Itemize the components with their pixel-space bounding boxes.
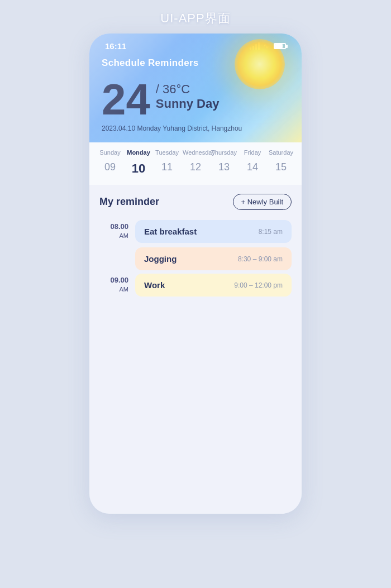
day-sat: Saturday xyxy=(268,149,294,156)
reminder-title: My reminder xyxy=(99,196,159,208)
day-fri: Friday xyxy=(240,149,265,156)
time-08-value: 08.00 xyxy=(99,222,128,232)
event-jogging[interactable]: Jogging 8:30 – 9:00 am xyxy=(135,247,292,270)
newly-built-button[interactable]: + Newly Built xyxy=(233,194,292,210)
daynum-14[interactable]: 14 xyxy=(240,159,265,178)
timeline: 08.00 AM Eat breakfast 8:15 am Jogging 8… xyxy=(99,220,292,300)
temperature-main: 24 xyxy=(102,78,150,121)
phone-frame: 16:11 ∿ Schedule Reminders 24 / 36°C xyxy=(89,34,302,514)
daynum-15[interactable]: 15 xyxy=(268,159,294,178)
daynum-10[interactable]: 10 xyxy=(126,159,151,178)
time-block-08: 08.00 AM Eat breakfast 8:15 am Jogging 8… xyxy=(99,220,292,270)
date-location: 2023.04.10 Monday Yuhang District, Hangz… xyxy=(102,125,289,132)
reminder-section: My reminder + Newly Built 08.00 AM Eat b… xyxy=(89,185,302,514)
day-mon: Monday xyxy=(126,149,151,156)
time-09-value: 09.00 xyxy=(99,276,128,285)
temp-degree: / 36°C xyxy=(156,82,220,97)
daynum-11[interactable]: 11 xyxy=(154,159,180,178)
event-eat-breakfast[interactable]: Eat breakfast 8:15 am xyxy=(135,220,292,243)
battery-fill xyxy=(275,44,283,48)
event-eat-breakfast-time: 8:15 am xyxy=(259,228,283,236)
events-col-08: Eat breakfast 8:15 am Jogging 8:30 – 9:0… xyxy=(135,220,292,270)
page-title: UI-APP界面 xyxy=(160,10,230,27)
event-work-time: 9:00 – 12:00 pm xyxy=(234,281,283,289)
weather-section: 16:11 ∿ Schedule Reminders 24 / 36°C xyxy=(89,34,302,142)
day-thu: Thursday xyxy=(211,149,237,156)
status-time: 16:11 xyxy=(105,41,126,51)
temp-description: Sunny Day xyxy=(156,97,220,111)
daynum-13[interactable]: 13 xyxy=(211,159,237,178)
days-numbers: 09 10 11 12 13 14 15 xyxy=(97,159,294,178)
time-label-09: 09.00 AM xyxy=(99,274,128,297)
temp-detail: / 36°C Sunny Day xyxy=(156,78,220,112)
reminder-header: My reminder + Newly Built xyxy=(99,194,292,210)
calendar-section: Sunday Monday Tuesday Wednesday Thursday… xyxy=(89,142,302,185)
day-tue: Tuesday xyxy=(154,149,180,156)
event-eat-breakfast-name: Eat breakfast xyxy=(144,227,197,236)
event-work[interactable]: Work 9:00 – 12:00 pm xyxy=(135,274,292,297)
daynum-12[interactable]: 12 xyxy=(183,159,208,178)
daynum-09[interactable]: 09 xyxy=(97,159,123,178)
event-jogging-time: 8:30 – 9:00 am xyxy=(238,255,283,263)
day-sun: Sunday xyxy=(97,149,123,156)
day-wed: Wednesday xyxy=(183,149,208,156)
time-block-09: 09.00 AM Work 9:00 – 12:00 pm xyxy=(99,274,292,297)
time-label-08: 08.00 AM xyxy=(99,220,128,270)
events-col-09: Work 9:00 – 12:00 pm xyxy=(135,274,292,297)
days-header: Sunday Monday Tuesday Wednesday Thursday… xyxy=(97,149,294,156)
time-09-ampm: AM xyxy=(99,285,128,293)
time-08-ampm: AM xyxy=(99,232,128,240)
event-jogging-name: Jogging xyxy=(144,254,177,264)
battery-icon xyxy=(274,43,286,49)
event-work-name: Work xyxy=(144,280,165,290)
